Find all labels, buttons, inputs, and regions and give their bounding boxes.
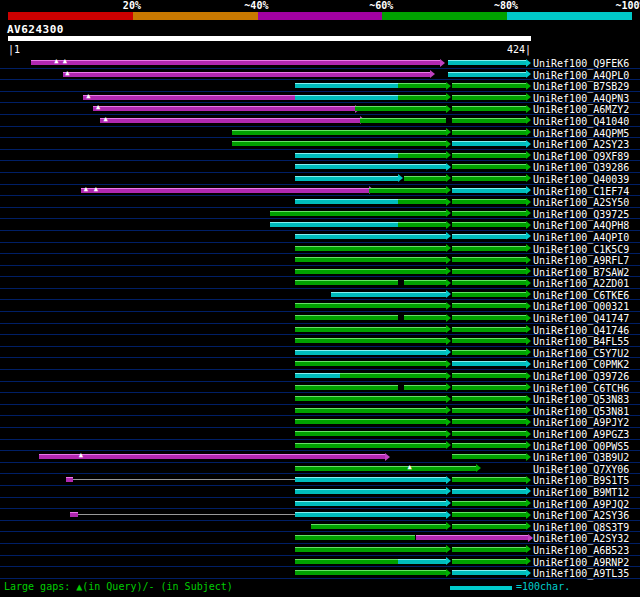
alignment-bar-segment[interactable] xyxy=(295,477,446,482)
alignment-bar-segment[interactable] xyxy=(452,570,526,575)
hit-label[interactable]: UniRef100_B7SB29 xyxy=(533,81,629,92)
alignment-bar-segment[interactable] xyxy=(295,512,446,517)
alignment-bar-segment[interactable] xyxy=(452,211,526,216)
alignment-bar-segment[interactable] xyxy=(398,95,446,100)
alignment-bar-segment[interactable] xyxy=(398,559,446,564)
alignment-bar-segment[interactable] xyxy=(39,454,385,459)
hit-label[interactable]: UniRef100_Q39286 xyxy=(533,162,629,173)
alignment-bar-segment[interactable] xyxy=(452,547,526,552)
alignment-bar-segment[interactable] xyxy=(295,164,446,169)
alignment-bar-segment[interactable] xyxy=(295,431,446,436)
hit-label[interactable]: UniRef100_A2SY36 xyxy=(533,510,629,521)
hit-label[interactable]: UniRef100_Q39725 xyxy=(533,209,629,220)
alignment-bar-segment[interactable] xyxy=(295,466,476,471)
alignment-bar-segment[interactable] xyxy=(452,303,526,308)
alignment-bar-segment[interactable] xyxy=(452,454,526,459)
alignment-bar-segment[interactable] xyxy=(295,95,398,100)
alignment-bar-segment[interactable] xyxy=(404,315,446,320)
hit-label[interactable]: UniRef100_A4QPN3 xyxy=(533,93,629,104)
hit-label[interactable]: UniRef100_A2SY50 xyxy=(533,197,629,208)
alignment-bar-segment[interactable] xyxy=(31,60,440,65)
alignment-bar-segment[interactable] xyxy=(452,501,526,506)
hit-label[interactable]: UniRef100_Q41746 xyxy=(533,325,629,336)
hit-label[interactable]: UniRef100_A9RNP2 xyxy=(533,557,629,568)
alignment-bar-segment[interactable] xyxy=(452,443,526,448)
hit-label[interactable]: UniRef100_C6TCH6 xyxy=(533,383,629,394)
alignment-bar-segment[interactable] xyxy=(398,153,446,158)
hit-label[interactable]: UniRef100_B9S1T5 xyxy=(533,475,629,486)
hit-label[interactable]: UniRef100_Q00321 xyxy=(533,301,629,312)
hit-label[interactable]: UniRef100_B4FL55 xyxy=(533,336,629,347)
hit-label[interactable]: UniRef100_Q53N81 xyxy=(533,406,629,417)
alignment-bar-segment[interactable] xyxy=(452,130,526,135)
alignment-bar-segment[interactable] xyxy=(295,570,446,575)
hit-label[interactable]: UniRef100_Q41747 xyxy=(533,313,629,324)
alignment-bar-segment[interactable] xyxy=(452,477,526,482)
hit-label[interactable]: UniRef100_C1K5C9 xyxy=(533,244,629,255)
hit-label[interactable]: UniRef100_Q9XF89 xyxy=(533,151,629,162)
alignment-bar-segment[interactable] xyxy=(295,501,446,506)
alignment-bar-segment[interactable] xyxy=(452,396,526,401)
hit-label[interactable]: UniRef100_Q7XY06 xyxy=(533,464,629,475)
hit-label[interactable]: UniRef100_C6TKE6 xyxy=(533,290,629,301)
alignment-bar-segment[interactable] xyxy=(295,361,446,366)
alignment-bar-segment[interactable] xyxy=(295,385,398,390)
alignment-bar-segment[interactable] xyxy=(295,338,446,343)
alignment-bar-segment[interactable] xyxy=(295,547,446,552)
hit-label[interactable]: UniRef100_A9TL35 xyxy=(533,568,629,579)
alignment-bar-segment[interactable] xyxy=(452,83,526,88)
alignment-bar-segment[interactable] xyxy=(295,373,341,378)
alignment-bar-segment[interactable] xyxy=(452,95,526,100)
alignment-bar-segment[interactable] xyxy=(295,489,446,494)
alignment-bar-segment[interactable] xyxy=(452,222,526,227)
alignment-bar-segment[interactable] xyxy=(295,408,446,413)
alignment-bar-segment[interactable] xyxy=(295,315,398,320)
alignment-bar-segment[interactable] xyxy=(295,396,446,401)
hit-label[interactable]: UniRef100_Q40039 xyxy=(533,174,629,185)
alignment-bar-segment[interactable] xyxy=(452,269,526,274)
alignment-bar-segment[interactable] xyxy=(369,188,447,193)
hit-label[interactable]: UniRef100_B9MT12 xyxy=(533,487,629,498)
alignment-bar-segment[interactable] xyxy=(452,559,526,564)
alignment-bar-segment[interactable] xyxy=(331,292,447,297)
alignment-bar-segment[interactable] xyxy=(295,443,446,448)
alignment-bar-segment[interactable] xyxy=(295,559,398,564)
alignment-bar-segment[interactable] xyxy=(452,234,526,239)
alignment-bar-segment[interactable] xyxy=(93,106,355,111)
alignment-bar-segment[interactable] xyxy=(404,176,446,181)
alignment-bar-segment[interactable] xyxy=(70,512,79,517)
alignment-bar-segment[interactable] xyxy=(295,176,398,181)
alignment-bar-segment[interactable] xyxy=(295,246,446,251)
alignment-bar-segment[interactable] xyxy=(452,246,526,251)
alignment-bar-segment[interactable] xyxy=(232,141,398,146)
hit-label[interactable]: UniRef100_A2SY23 xyxy=(533,139,629,150)
alignment-bar-segment[interactable] xyxy=(452,280,526,285)
alignment-bar-segment[interactable] xyxy=(404,385,446,390)
alignment-bar-segment[interactable] xyxy=(452,431,526,436)
alignment-bar-segment[interactable] xyxy=(452,292,526,297)
alignment-bar-segment[interactable] xyxy=(452,373,526,378)
hit-label[interactable]: UniRef100_A4QPI0 xyxy=(533,232,629,243)
alignment-bar-segment[interactable] xyxy=(404,280,446,285)
alignment-bar-segment[interactable] xyxy=(452,512,526,517)
alignment-bar-segment[interactable] xyxy=(83,95,295,100)
alignment-bar-segment[interactable] xyxy=(452,327,526,332)
hit-label[interactable]: UniRef100_Q3B9U2 xyxy=(533,452,629,463)
alignment-bar-segment[interactable] xyxy=(66,477,73,482)
alignment-bar-segment[interactable] xyxy=(452,385,526,390)
alignment-bar-segment[interactable] xyxy=(452,524,526,529)
hit-label[interactable]: UniRef100_Q0PWS5 xyxy=(533,441,629,452)
alignment-bar-segment[interactable] xyxy=(81,188,369,193)
alignment-bar-segment[interactable] xyxy=(295,535,416,540)
alignment-bar-segment[interactable] xyxy=(63,72,430,77)
alignment-bar-segment[interactable] xyxy=(452,164,526,169)
alignment-bar-segment[interactable] xyxy=(448,60,527,65)
hit-label[interactable]: UniRef100_C1EF74 xyxy=(533,186,629,197)
hit-label[interactable]: UniRef100_A4QPH8 xyxy=(533,220,629,231)
alignment-bar-segment[interactable] xyxy=(398,83,446,88)
hit-label[interactable]: UniRef100_A6B523 xyxy=(533,545,629,556)
alignment-bar-segment[interactable] xyxy=(452,188,526,193)
hit-label[interactable]: UniRef100_A9PGZ3 xyxy=(533,429,629,440)
hit-label[interactable]: UniRef100_Q9FEK6 xyxy=(533,58,629,69)
hit-label[interactable]: UniRef100_A4QPL0 xyxy=(533,70,629,81)
